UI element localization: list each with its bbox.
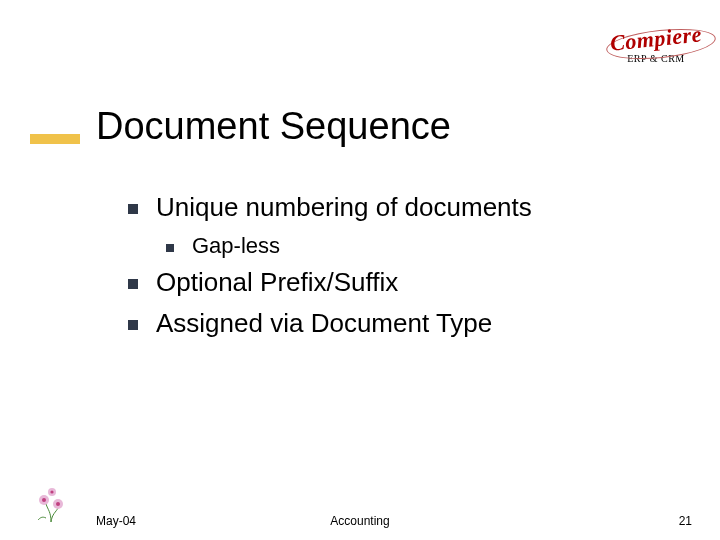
list-item-label: Optional Prefix/Suffix — [156, 267, 398, 297]
list-item: Assigned via Document Type — [128, 308, 680, 339]
slide-title: Document Sequence — [96, 105, 451, 148]
brand-logo: Compiere ERP & CRM — [610, 28, 702, 64]
list-item-label: Assigned via Document Type — [156, 308, 492, 338]
bullet-square-icon — [128, 320, 138, 330]
list-item: Unique numbering of documents — [128, 192, 680, 223]
svg-point-1 — [42, 498, 46, 502]
logo-text: Compiere — [609, 23, 703, 54]
slide: Compiere ERP & CRM Document Sequence Uni… — [0, 0, 720, 540]
list-item-label: Unique numbering of documents — [156, 192, 532, 222]
footer-page-number: 21 — [679, 514, 692, 528]
bullet-square-icon — [128, 279, 138, 289]
list-item: Optional Prefix/Suffix — [128, 267, 680, 298]
list-item-label: Gap-less — [192, 233, 280, 258]
bullet-square-icon — [128, 204, 138, 214]
logo-tagline: ERP & CRM — [610, 54, 702, 64]
bullet-square-icon — [166, 244, 174, 252]
svg-point-5 — [50, 490, 53, 493]
slide-footer: May-04 Accounting 21 — [0, 504, 720, 528]
list-item: Gap-less — [128, 233, 680, 259]
bullet-list: Unique numbering of documents Gap-less O… — [128, 192, 680, 349]
accent-bar — [30, 134, 80, 144]
footer-section: Accounting — [0, 514, 720, 528]
